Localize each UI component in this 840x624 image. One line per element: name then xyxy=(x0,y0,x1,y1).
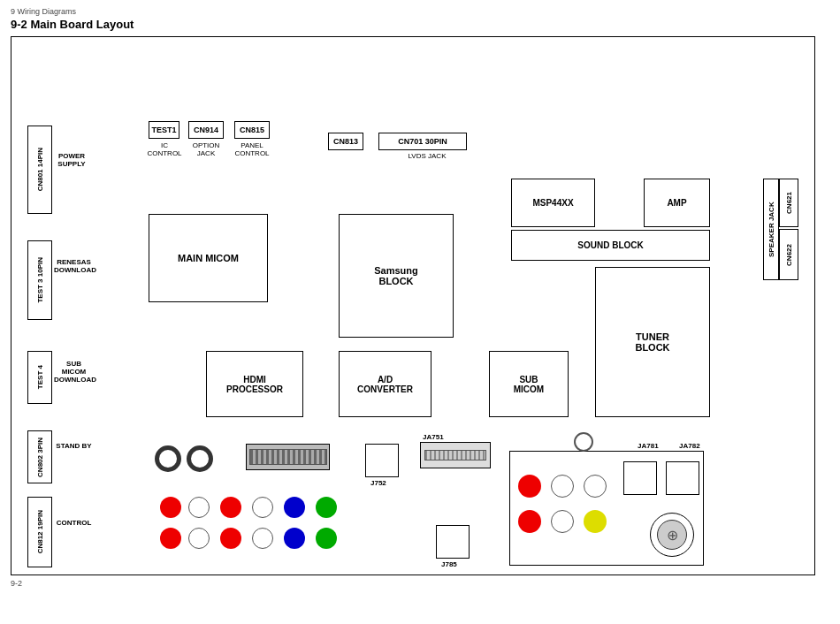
hdmi-processor-block: HDMIPROCESSOR xyxy=(206,351,303,417)
db-connector xyxy=(246,444,330,470)
cn815-sublabel: PANELCONTROL xyxy=(233,141,271,157)
cn812-sublabel: CONTROL xyxy=(54,519,94,527)
cn801-sublabel: POWER SUPPLY xyxy=(54,152,89,168)
ja782-label: JA782 xyxy=(679,442,700,450)
circle-red-3 xyxy=(160,528,181,549)
circle-blue-1 xyxy=(284,497,305,518)
page-title: 9-2 Main Board Layout xyxy=(11,18,829,31)
j752-connector xyxy=(365,444,399,477)
circle-white-2 xyxy=(252,497,273,518)
sound-block-label: SOUND BLOCK xyxy=(511,230,710,261)
j785-label: J785 xyxy=(441,560,457,568)
cn802-block: CN802 3PIN xyxy=(27,430,52,483)
ja781-label: JA781 xyxy=(638,442,659,450)
cn802-label: CN802 3PIN xyxy=(36,438,44,477)
right-white-1 xyxy=(551,475,574,498)
ja781-circle xyxy=(574,432,593,452)
tuner-block: TUNERBLOCK xyxy=(595,267,710,417)
amp-block: AMP xyxy=(644,179,710,227)
rca-left xyxy=(155,445,181,472)
samsung-block: SamsungBLOCK xyxy=(339,214,454,338)
page: 9 Wiring Diagrams 9-2 Main Board Layout … xyxy=(0,0,840,624)
top-label: 9 Wiring Diagrams xyxy=(11,7,829,16)
ja751-connector xyxy=(420,442,491,468)
circle-blue-2 xyxy=(284,528,305,549)
circle-red-1 xyxy=(160,497,181,518)
rca-right xyxy=(187,445,213,472)
test1-sublabel: ICCONTROL xyxy=(147,141,182,157)
cn622-label: CN622 xyxy=(785,244,793,266)
right-white-3 xyxy=(551,510,574,533)
test4-sublabel: SUB MICOMDOWNLOAD xyxy=(54,360,94,384)
circle-white-4 xyxy=(252,528,273,549)
test4-block: TEST 4 xyxy=(27,351,52,404)
cn914-block: CN914 xyxy=(188,121,224,139)
msp44xx-block: MSP44XX xyxy=(511,179,595,227)
right-yellow-1 xyxy=(584,510,607,533)
cn701-sublabel: LVDS JACK xyxy=(392,152,462,160)
cn801-label: CN801 14PIN xyxy=(36,148,44,191)
right-red-2 xyxy=(518,510,541,533)
sub-micom-block: SUBMICOM xyxy=(489,351,569,417)
j785-connector xyxy=(436,525,470,559)
cn812-label: CN812 19PIN xyxy=(36,510,44,553)
cn621-block: CN621 xyxy=(779,179,798,227)
j752-label: J752 xyxy=(370,479,386,487)
test3-block: TEST 3 10PIN xyxy=(27,240,52,320)
right-red-1 xyxy=(518,475,541,498)
test3-label: TEST 3 10PIN xyxy=(36,257,44,303)
test4-label: TEST 4 xyxy=(36,365,44,389)
circle-red-4 xyxy=(220,528,241,549)
footer-label: 9-2 xyxy=(11,579,829,588)
cn914-sublabel: OPTIONJACK xyxy=(187,141,225,157)
cn801-block: CN801 14PIN xyxy=(27,126,52,214)
circle-green-2 xyxy=(316,528,337,549)
ja781-box xyxy=(623,461,657,495)
ja751-label: JA751 xyxy=(423,433,444,441)
din-inner: ⊕ xyxy=(657,520,687,550)
circle-white-1 xyxy=(188,497,210,518)
speaker-jack-label: SPEAKER JACK xyxy=(763,179,779,280)
circle-red-2 xyxy=(220,497,241,518)
ad-converter-block: A/DCONVERTER xyxy=(339,351,431,417)
cn802-sublabel: STAND BY xyxy=(54,442,94,450)
cn813-block: CN813 xyxy=(328,133,363,150)
cn701-block: CN701 30PIN xyxy=(378,133,467,150)
cn815-block: CN815 xyxy=(234,121,270,139)
circle-white-3 xyxy=(188,528,210,549)
main-micom-block: MAIN MICOM xyxy=(149,214,268,302)
ja782-box xyxy=(666,461,699,495)
circle-green-1 xyxy=(316,497,337,518)
right-white-2 xyxy=(584,475,607,498)
cn812-block: CN812 19PIN xyxy=(27,497,52,567)
diagram-area: CN801 14PIN POWER SUPPLY TEST 3 10PIN RE… xyxy=(11,36,815,575)
cn622-block: CN622 xyxy=(779,229,798,280)
cn621-label: CN621 xyxy=(785,192,793,214)
test1-block: TEST1 xyxy=(149,121,179,139)
test3-sublabel: RENESASDOWNLOAD xyxy=(54,258,94,274)
